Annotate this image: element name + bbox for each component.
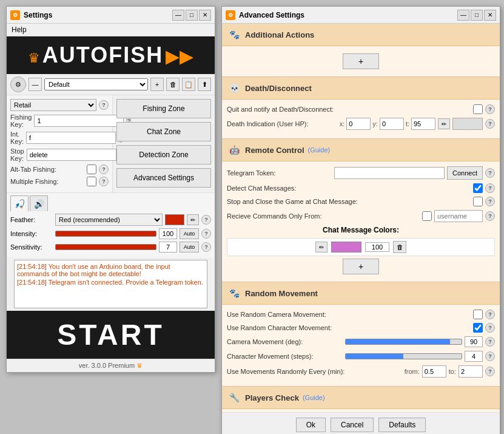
character-steps-help[interactable]: ? [485, 351, 495, 361]
multiple-help[interactable]: ? [99, 177, 109, 186]
camera-deg-slider[interactable] [345, 339, 462, 345]
random-movement-body: Use Random Camera Movement: ? Use Random… [222, 305, 500, 387]
delete-color-button[interactable]: 🗑 [393, 241, 406, 253]
logo-area: ♛ AUTOFISH ▶▶ [7, 36, 215, 74]
add-color-button[interactable]: + [343, 259, 379, 274]
feather-help[interactable]: ? [201, 215, 211, 225]
menu-bar: Help [7, 24, 215, 36]
detection-zone-button[interactable]: Detection Zone [116, 145, 211, 164]
settings-maximize-button[interactable]: □ [186, 10, 198, 21]
alt-tab-checkbox[interactable] [87, 164, 96, 174]
delete-profile-button[interactable]: 🗑 [166, 78, 180, 91]
death-edit-button[interactable]: ✏ [438, 118, 450, 129]
advanced-minimize-button[interactable]: — [457, 10, 469, 21]
int-key-input[interactable] [26, 132, 116, 144]
advanced-settings-window: ⚙ Advanced Settings — □ ✕ 🐾 Additional A… [221, 6, 500, 434]
add-profile-button[interactable]: + [150, 78, 164, 91]
quit-notify-label: Quit and notify at Death/Disconnect: [227, 106, 471, 113]
character-steps-slider[interactable] [345, 353, 462, 359]
advanced-maximize-button[interactable]: □ [471, 10, 483, 21]
y-input[interactable] [380, 118, 404, 130]
game-type-help[interactable]: ? [99, 100, 109, 110]
character-movement-help[interactable]: ? [485, 323, 495, 333]
t-input[interactable] [411, 118, 435, 130]
character-movement-row: Use Random Character Movement: ? [227, 323, 495, 333]
stop-key-input[interactable] [27, 149, 116, 161]
stop-close-checkbox[interactable] [473, 197, 483, 206]
ok-button[interactable]: Ok [296, 418, 326, 432]
defaults-button[interactable]: Defaults [378, 418, 426, 432]
profile-select[interactable]: Default [44, 78, 148, 90]
copy-profile-button[interactable]: 📋 [182, 78, 195, 91]
sensitivity-value: 7 [159, 242, 177, 253]
camera-deg-row: Camera Movement (deg): 90 ? [227, 336, 495, 347]
receive-checkbox[interactable] [422, 211, 432, 221]
advanced-window-icon: ⚙ [226, 10, 235, 20]
tab-bar: 🎣 🔊 [10, 195, 211, 211]
camera-deg-help[interactable]: ? [485, 337, 495, 347]
players-guide-link[interactable]: (Guide) [303, 394, 325, 401]
intensity-slider[interactable] [55, 231, 156, 237]
alt-tab-help[interactable]: ? [99, 164, 109, 174]
settings-close-button[interactable]: ✕ [199, 10, 211, 21]
start-button[interactable]: START [57, 318, 164, 351]
fishing-key-input[interactable] [34, 115, 124, 127]
detect-chat-help[interactable]: ? [485, 183, 495, 193]
feather-edit-button[interactable]: ✏ [187, 214, 199, 225]
intensity-label: Intensity: [10, 230, 53, 237]
x-input[interactable] [346, 118, 371, 130]
color-value-input[interactable] [365, 242, 389, 252]
death-help[interactable]: ? [485, 119, 495, 129]
feather-row: Feather: Red (recommended) ✏ ? [10, 214, 211, 226]
bottom-bar: Ok Cancel Defaults [222, 412, 500, 434]
sensitivity-auto-button[interactable]: Auto [180, 242, 199, 253]
telegram-token-row: Telegram Token: Connect ? [227, 166, 495, 180]
connect-button[interactable]: Connect [447, 166, 483, 180]
receive-help[interactable]: ? [485, 211, 495, 221]
camera-movement-checkbox[interactable] [473, 310, 483, 319]
multiple-checkbox[interactable] [87, 177, 96, 186]
camera-movement-help[interactable]: ? [485, 310, 495, 319]
remote-guide-link[interactable]: (Guide) [308, 146, 331, 154]
username-input[interactable] [434, 210, 483, 222]
intensity-auto-button[interactable]: Auto [180, 228, 199, 239]
feather-select[interactable]: Red (recommended) [55, 214, 163, 226]
sensitivity-slider[interactable] [55, 244, 156, 250]
fishing-zone-button[interactable]: Fishing Zone [116, 99, 211, 118]
multiple-fishing-row: Multiple Fishing: ? [10, 177, 109, 186]
telegram-help[interactable]: ? [485, 168, 495, 178]
sensitivity-help[interactable]: ? [201, 242, 211, 252]
game-type-select[interactable]: Retail [10, 99, 96, 111]
chat-zone-button[interactable]: Chat Zone [116, 122, 211, 141]
character-steps-value: 4 [465, 351, 483, 362]
quit-notify-help[interactable]: ? [485, 104, 495, 114]
character-steps-label: Character Movement (steps): [227, 353, 343, 360]
random-every-help[interactable]: ? [485, 367, 495, 376]
advanced-title: Advanced Settings [239, 11, 304, 19]
to-input[interactable] [459, 365, 483, 378]
settings-minimize-button[interactable]: — [172, 10, 184, 21]
quit-notify-checkbox[interactable] [473, 104, 483, 114]
cancel-button[interactable]: Cancel [331, 418, 374, 432]
color-edit-button[interactable]: ✏ [315, 242, 328, 253]
settings-window-controls: — □ ✕ [172, 10, 211, 21]
settings-title: Settings [24, 11, 52, 19]
advanced-settings-button[interactable]: Advanced Settings [116, 168, 211, 188]
gear-button[interactable]: ⚙ [10, 76, 26, 92]
minus-button[interactable]: — [29, 78, 42, 91]
from-input[interactable] [422, 365, 446, 378]
detect-chat-checkbox[interactable] [473, 183, 483, 193]
upload-profile-button[interactable]: ⬆ [198, 78, 211, 91]
remote-control-title: Remote Control [245, 146, 304, 155]
death-color-input[interactable] [452, 118, 483, 130]
add-action-button[interactable]: + [343, 53, 379, 69]
telegram-token-input[interactable] [334, 167, 445, 179]
intensity-help[interactable]: ? [201, 229, 211, 239]
advanced-close-button[interactable]: ✕ [484, 10, 496, 21]
tab-sound[interactable]: 🔊 [30, 195, 48, 211]
character-movement-checkbox[interactable] [473, 323, 483, 333]
advanced-content: 🐾 Additional Actions + 💀 Death/Disconnec… [222, 24, 500, 412]
stop-close-help[interactable]: ? [485, 197, 495, 206]
help-menu[interactable]: Help [12, 25, 27, 34]
tab-fishing[interactable]: 🎣 [10, 195, 29, 211]
